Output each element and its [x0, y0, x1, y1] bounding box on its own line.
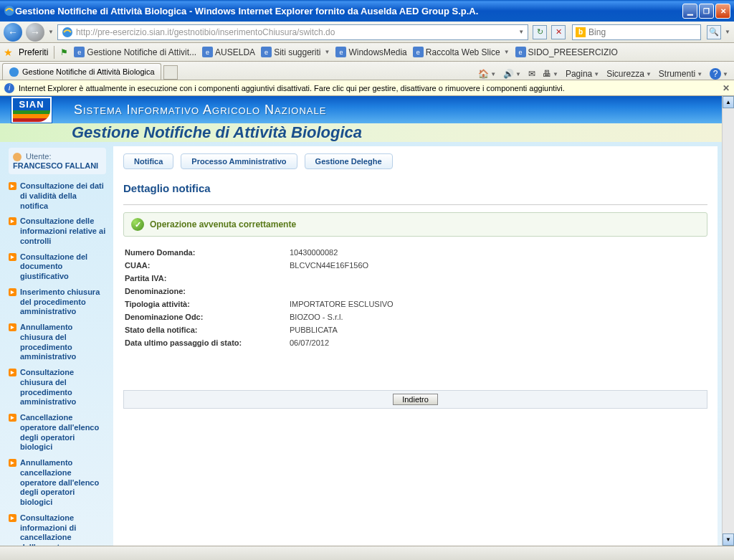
minimize-button[interactable]: ▁ [682, 4, 697, 19]
page-icon: e [515, 47, 526, 57]
scroll-up[interactable]: ▲ [723, 96, 734, 108]
tab-notifica[interactable]: Notifica [123, 153, 173, 169]
bullet-icon: ▸ [9, 369, 16, 376]
sian-logo: SIAN [11, 96, 52, 123]
svg-point-2 [9, 67, 19, 76]
address-bar[interactable]: http://pre-esercizio.sian.it/gestnotibio… [57, 24, 528, 40]
bullet-icon: ▸ [9, 217, 16, 225]
favorites-label[interactable]: Preferiti [19, 47, 48, 57]
detail-row: Stato della notifica:PUBBLICATA [125, 326, 707, 334]
detail-row: Data ultimo passaggio di stato:06/07/201… [125, 338, 707, 347]
user-icon [13, 153, 22, 161]
search-box[interactable]: b [572, 24, 701, 40]
user-label: Utente: [26, 152, 51, 161]
safety-menu[interactable]: Sicurezza▼ [606, 69, 652, 79]
info-icon: i [4, 83, 14, 93]
refresh-button[interactable]: ↻ [533, 25, 547, 39]
bullet-icon: ▸ [9, 414, 16, 422]
forward-button[interactable]: → [26, 23, 44, 42]
page-content: SIAN Sistema Informativo Agricolo Nazion… [0, 96, 734, 546]
app-banner: Gestione Notifiche di Attività Biologica [0, 123, 734, 142]
sidebar-item-label: Consultazione delle informazioni relativ… [20, 217, 106, 246]
detail-label: Stato della notifica: [125, 326, 290, 334]
favorites-bar: ★ Preferiti ⚑ eGestione Notifiche di Att… [0, 43, 734, 62]
detail-value: 10430000082 [290, 248, 338, 257]
fav-item-0[interactable]: eGestione Notifiche di Attivit... [74, 47, 196, 57]
url-dropdown[interactable]: ▼ [518, 29, 524, 35]
infobar-close[interactable]: ✕ [723, 83, 730, 93]
tab-bar: Gestione Notifiche di Attività Biologica… [0, 62, 734, 80]
sidebar-item-label: Annullamento chiusura del procedimento a… [20, 323, 106, 362]
history-dropdown[interactable]: ▼ [48, 29, 54, 35]
detail-label: Numero Domanda: [125, 248, 290, 257]
page-icon: e [335, 47, 346, 57]
banner-title: Sistema Informativo Agricolo Nazionale [74, 103, 326, 118]
home-button[interactable]: 🏠▼ [478, 69, 496, 79]
success-message: ✓ Operazione avvenuta correttamente [123, 212, 707, 237]
favorites-icon[interactable]: ★ [4, 47, 13, 58]
fav-item-2[interactable]: eSiti suggeriti▼ [261, 47, 330, 57]
scroll-down[interactable]: ▼ [723, 533, 734, 546]
scrollbar[interactable]: ▲ ▼ [722, 96, 734, 546]
close-button[interactable]: ✕ [715, 4, 730, 19]
detail-value: BIOZOO - S.r.l. [290, 313, 343, 321]
detail-value: 06/07/2012 [290, 338, 329, 347]
stop-button[interactable]: ✕ [551, 25, 566, 39]
sidebar-item-3[interactable]: ▸Inserimento chiusura del procedimento a… [9, 288, 106, 317]
browser-tab[interactable]: Gestione Notifiche di Attività Biologica [2, 63, 161, 80]
back-button[interactable]: ← [4, 23, 22, 42]
detail-row: Denominazione: [125, 287, 707, 295]
tools-menu[interactable]: Strumenti▼ [659, 69, 702, 79]
page-icon: e [202, 47, 213, 57]
page-menu[interactable]: Pagina▼ [566, 69, 599, 79]
page-icon: e [74, 47, 85, 57]
command-bar: 🏠▼ 🔊▼ ✉ 🖶▼ Pagina▼ Sicurezza▼ Strumenti▼… [478, 68, 734, 80]
detail-label: Tipologia attività: [125, 300, 290, 308]
bing-icon: b [576, 27, 586, 37]
fav-item-3[interactable]: eWindowsMedia [335, 47, 406, 57]
maximize-button[interactable]: ❐ [699, 4, 714, 19]
back-button[interactable]: Indietro [393, 394, 438, 405]
check-icon: ✓ [131, 218, 144, 231]
sidebar-item-label: Consultazione informazioni di cancellazi… [20, 513, 106, 546]
content-tabs: Notifica Processo Amministrativo Gestion… [123, 153, 707, 169]
page-icon [9, 67, 19, 77]
print-button[interactable]: 🖶▼ [543, 69, 558, 79]
detail-row: CUAA:BLCVCN44E16F156O [125, 261, 707, 270]
help-button[interactable]: ?▼ [710, 68, 728, 80]
mail-button[interactable]: ✉ [528, 69, 535, 79]
fav-item-5[interactable]: eSIDO_PREESERCIZIO [515, 47, 618, 57]
sidebar: Utente: FRANCESCO FALLANI ▸Consultazione… [0, 142, 110, 546]
page-icon: e [413, 47, 424, 57]
sidebar-item-7[interactable]: ▸Annullamento cancellazione operatore da… [9, 458, 106, 508]
detail-label: Denominazione: [125, 287, 290, 295]
window-title: Gestione Notifiche di Attività Biologica… [15, 6, 682, 16]
tab-processo[interactable]: Processo Amministrativo [181, 153, 297, 169]
search-button[interactable]: 🔍 [707, 25, 721, 39]
fav-item-1[interactable]: eAUSELDA [202, 47, 255, 57]
sidebar-item-6[interactable]: ▸Cancellazione operatore dall'elenco deg… [9, 413, 106, 452]
tab-deleghe[interactable]: Gestione Deleghe [305, 153, 393, 169]
sidebar-item-0[interactable]: ▸Consultazione dei dati di validità dell… [9, 181, 106, 211]
page-icon [62, 27, 73, 38]
bullet-icon: ▸ [9, 323, 16, 331]
detail-label: Partita IVA: [125, 274, 290, 283]
fav-item-4[interactable]: eRaccolta Web Slice▼ [413, 47, 510, 57]
sidebar-item-2[interactable]: ▸Consultazione del documento giustificat… [9, 252, 106, 282]
sidebar-item-1[interactable]: ▸Consultazione delle informazioni relati… [9, 217, 106, 246]
information-bar[interactable]: i Internet Explorer è attualmente in ese… [0, 80, 734, 96]
detail-row: Tipologia attività:IMPORTATORE ESCLUSIVO [125, 300, 707, 308]
status-bar [0, 546, 734, 560]
sidebar-item-4[interactable]: ▸Annullamento chiusura del procedimento … [9, 323, 106, 362]
bullet-icon: ▸ [9, 253, 16, 261]
sidebar-item-8[interactable]: ▸Consultazione informazioni di cancellaz… [9, 513, 106, 546]
bullet-icon: ▸ [9, 288, 16, 296]
search-input[interactable] [588, 27, 697, 37]
fav-addons[interactable]: ⚑ [60, 47, 68, 57]
sidebar-item-5[interactable]: ▸Consultazione chiusura del procedimento… [9, 368, 106, 407]
detail-value: BLCVCN44E16F156O [290, 261, 368, 270]
sidebar-item-label: Consultazione del documento giustificati… [20, 252, 106, 282]
feeds-button[interactable]: 🔊▼ [503, 69, 521, 79]
search-dropdown[interactable]: ▼ [725, 29, 730, 35]
new-tab-button[interactable] [163, 65, 178, 80]
